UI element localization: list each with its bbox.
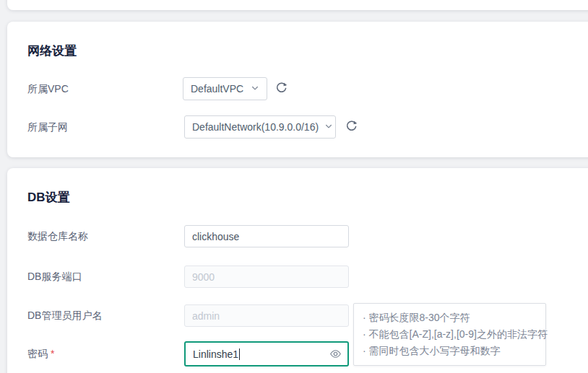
warehouse-name-input[interactable]: [184, 225, 349, 247]
subnet-select[interactable]: DefaultNetwork(10.9.0.0/16): [184, 115, 336, 139]
password-value: Linlinshe1: [193, 348, 238, 360]
db-section-title: DB设置: [27, 190, 70, 204]
password-rules-tooltip: · 密码长度限8-30个字符 · 不能包含[A-Z],[a-z],[0-9]之外…: [353, 303, 546, 366]
password-rule-mix: · 需同时包含大小写字母和数字: [363, 343, 537, 359]
previous-card-stub: [7, 0, 588, 10]
db-port-input: [184, 266, 349, 288]
eye-icon: [329, 351, 342, 362]
vpc-select[interactable]: DefaultVPC: [183, 77, 267, 100]
password-input[interactable]: Linlinshe1: [184, 341, 349, 367]
page: { "colors": { "focus_border": "#10997a",…: [0, 0, 588, 373]
chevron-down-icon: [319, 120, 333, 133]
db-settings-card: DB设置 数据仓库名称 DB服务端口 DB管理员用户名 密码* Linlinsh…: [7, 168, 588, 373]
text-caret: [239, 348, 240, 360]
refresh-icon: [275, 85, 287, 96]
subnet-label: 所属子网: [27, 115, 68, 139]
subnet-select-value: DefaultNetwork(10.9.0.0/16): [192, 121, 319, 133]
subnet-refresh-button[interactable]: [344, 120, 358, 134]
password-rule-length: · 密码长度限8-30个字符: [363, 310, 537, 326]
db-admin-label: DB管理员用户名: [27, 304, 102, 327]
chevron-down-icon: [245, 82, 259, 95]
vpc-refresh-button[interactable]: [274, 82, 288, 96]
network-settings-card: 网络设置 所属VPC DefaultVPC 所属子网 DefaultNetwor…: [7, 22, 588, 157]
vpc-select-value: DefaultVPC: [191, 83, 243, 95]
db-admin-input: [184, 304, 349, 327]
warehouse-name-label: 数据仓库名称: [27, 225, 88, 247]
db-port-label: DB服务端口: [27, 266, 82, 288]
vpc-label: 所属VPC: [27, 77, 69, 100]
toggle-password-visibility-button[interactable]: [329, 348, 342, 361]
refresh-icon: [345, 123, 358, 134]
network-section-title: 网络设置: [27, 44, 77, 58]
password-label: 密码*: [27, 341, 54, 367]
required-asterisk: *: [51, 348, 54, 359]
password-rule-charset: · 不能包含[A-Z],[a-z],[0-9]之外的非法字符: [363, 326, 537, 343]
